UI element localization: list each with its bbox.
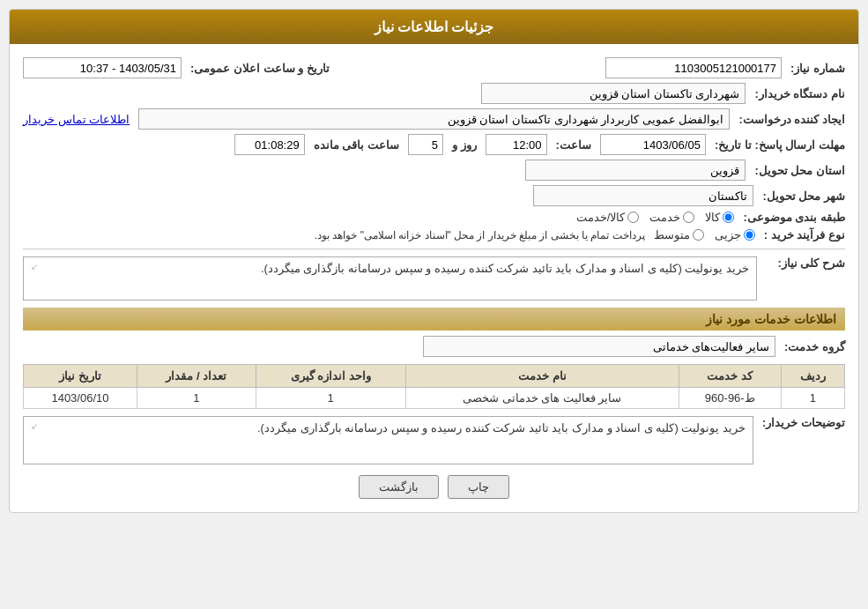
category-kala-khedmat-option[interactable]: کالا/خدمت — [576, 211, 640, 224]
requester-input[interactable] — [481, 83, 746, 104]
need-number-label: شماره نیاز: — [790, 62, 845, 75]
table-row: 1 ط-96-960 سایر فعالیت های خدماتی شخصی 1… — [24, 388, 845, 409]
section-divider-1 — [23, 249, 845, 249]
process-jozi-label: جزیی — [715, 228, 741, 241]
category-kala-khedmat-radio[interactable] — [627, 212, 639, 223]
need-number-input[interactable] — [605, 57, 782, 78]
reply-remaining-input[interactable] — [234, 134, 305, 155]
cell-quantity: 1 — [137, 388, 256, 409]
process-jozi-radio[interactable] — [744, 229, 755, 241]
province-label: استان محل تحویل: — [754, 164, 845, 177]
main-card: جزئیات اطلاعات نیاز شماره نیاز: تاریخ و … — [9, 9, 859, 513]
cell-unit: 1 — [256, 388, 405, 409]
city-input[interactable] — [533, 185, 753, 206]
reply-date-label: مهلت ارسال پاسخ: تا تاریخ: — [715, 138, 845, 152]
col-name: نام خدمت — [405, 365, 679, 388]
description-section-title: شرح کلی نیاز: — [766, 256, 845, 270]
cell-row: 1 — [781, 388, 844, 409]
cell-code: ط-96-960 — [679, 388, 781, 409]
process-jozi-option[interactable]: جزیی — [715, 228, 755, 241]
process-motavaset-option[interactable]: متوسط — [654, 228, 704, 241]
creator-input[interactable] — [138, 108, 730, 130]
province-input[interactable] — [525, 160, 746, 181]
category-kala-radio[interactable] — [723, 212, 734, 223]
reply-date-input[interactable] — [600, 134, 706, 155]
requester-label: نام دستگاه خریدار: — [754, 87, 845, 100]
category-radio-group: کالا خدمت کالا/خدمت — [576, 211, 735, 224]
category-kala-label: کالا — [705, 211, 720, 224]
group-service-label: گروه خدمت: — [784, 340, 845, 353]
contact-link[interactable]: اطلاعات تماس خریدار — [23, 113, 130, 126]
date-announcement-label: تاریخ و ساعت اعلان عمومی: — [190, 62, 330, 75]
page-container: جزئیات اطلاعات نیاز شماره نیاز: تاریخ و … — [0, 0, 868, 609]
process-motavaset-radio[interactable] — [693, 229, 704, 241]
creator-label: ایجاد کننده درخواست: — [738, 113, 845, 126]
category-label: طبقه بندی موضوعی: — [743, 211, 845, 224]
col-row: ردیف — [781, 365, 844, 388]
col-date: تاریخ نیاز — [24, 365, 137, 388]
back-button[interactable]: بازگشت — [359, 475, 439, 499]
group-service-input[interactable] — [423, 336, 775, 357]
buyer-notes-title: توضیحات خریدار: — [762, 416, 845, 429]
reply-remaining-label: ساعت باقی مانده — [314, 138, 399, 152]
buttons-row: چاپ بازگشت — [23, 475, 845, 499]
services-table: ردیف کد خدمت نام خدمت واحد اندازه گیری ت… — [23, 364, 845, 409]
services-section-title: اطلاعات خدمات مورد نیاز — [23, 308, 845, 330]
category-khedmat-option[interactable]: خدمت — [649, 211, 694, 224]
col-code: کد خدمت — [679, 365, 781, 388]
process-label: نوع فرآیند خرید : — [764, 228, 845, 241]
reply-time-input[interactable] — [486, 134, 547, 155]
process-motavaset-label: متوسط — [654, 228, 690, 241]
col-quantity: تعداد / مقدار — [137, 365, 256, 388]
reply-days-label: روز و — [452, 138, 477, 152]
process-note: پرداخت تمام یا بخشی از مبلغ خریدار از مح… — [315, 229, 645, 241]
category-kala-khedmat-label: کالا/خدمت — [576, 211, 626, 224]
card-header: جزئیات اطلاعات نیاز — [10, 10, 858, 44]
cell-name: سایر فعالیت های خدماتی شخصی — [405, 388, 679, 409]
reply-days-input[interactable] — [408, 134, 443, 155]
process-radio-group: جزیی متوسط — [654, 228, 755, 241]
date-announcement-input[interactable] — [23, 57, 182, 78]
card-body: شماره نیاز: تاریخ و ساعت اعلان عمومی: نا… — [10, 44, 858, 512]
buyer-notes-content: خرید یونولیت (کلیه ی اسناد و مدارک باید … — [257, 421, 746, 434]
reply-time-label: ساعت: — [556, 138, 591, 152]
category-khedmat-radio[interactable] — [683, 212, 694, 223]
city-label: شهر محل تحویل: — [762, 189, 845, 203]
col-unit: واحد اندازه گیری — [256, 365, 405, 388]
category-kala-option[interactable]: کالا — [705, 211, 734, 224]
cell-date: 1403/06/10 — [24, 388, 137, 409]
header-title: جزئیات اطلاعات نیاز — [375, 19, 494, 34]
description-content: خرید یونولیت (کلیه ی اسناد و مدارک باید … — [261, 262, 749, 275]
print-button[interactable]: چاپ — [448, 475, 509, 499]
category-khedmat-label: خدمت — [649, 211, 680, 224]
